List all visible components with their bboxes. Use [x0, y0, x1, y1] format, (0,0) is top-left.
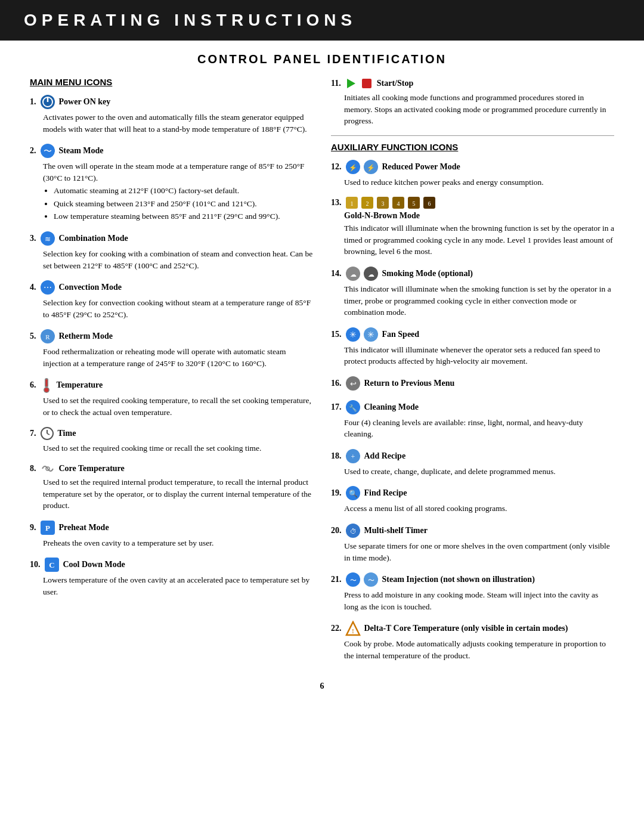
svg-text:⋯: ⋯ [44, 283, 52, 292]
item-16-title: Return to Previous Menu [364, 379, 455, 388]
item-9-header: 9. P Preheat Mode [30, 520, 313, 535]
item-3-number: 3. [30, 234, 36, 243]
item-19-number: 19. [331, 488, 342, 498]
add-recipe-icon: + [345, 448, 361, 464]
svg-text:🔧: 🔧 [349, 404, 357, 412]
item-21-title: Steam Injection (not shown on illustrati… [382, 575, 535, 584]
item-20: 20. ⏱ Multi-shelf Timer Use separate tim… [331, 523, 614, 563]
item-2-body: The oven will operate in the steam mode … [43, 160, 313, 222]
svg-rect-24 [362, 79, 371, 88]
item-6-title: Temperature [57, 380, 103, 390]
item-14-body: This indicator will illuminate when the … [344, 283, 614, 318]
svg-text:R: R [45, 333, 50, 340]
page-title: OPERATING INSTRUCTIONS [24, 11, 620, 30]
item-13-number: 13. [331, 198, 342, 208]
combination-mode-icon: ≋ [40, 231, 55, 246]
svg-text:✳: ✳ [349, 330, 357, 339]
item-2-number: 2. [30, 146, 36, 156]
item-14-number: 14. [331, 269, 342, 278]
item-17-header: 17. 🔧 Cleaning Mode [331, 400, 614, 415]
item-1: 1. Power ON key Activates power to the o… [30, 94, 313, 135]
item-4-title: Convection Mode [59, 283, 122, 292]
steam-mode-icon: 〜 [40, 143, 55, 159]
item-18-body: Used to create, change, duplicate, and d… [344, 466, 614, 478]
svg-text:P: P [45, 524, 50, 532]
svg-rect-13 [45, 379, 47, 386]
item-9-body: Preheats the oven cavity to a temperatur… [43, 537, 313, 549]
item-5-number: 5. [30, 332, 36, 341]
item-8-title: Core Temperature [59, 464, 125, 473]
multishelf-timer-icon: ⏱ [345, 523, 361, 538]
item-5-title: Retherm Mode [59, 332, 113, 341]
item-21: 21. 〜 〜 Steam Injection (not shown o [331, 572, 614, 612]
item-8-header: 8. Core Temperature [30, 463, 313, 475]
item-20-title: Multi-shelf Timer [364, 526, 428, 535]
item-14-header: 14. ☁ ☁ Smoking Mode (optional) [331, 266, 614, 281]
delta-t-core-temp-icon: ! [345, 621, 361, 636]
svg-text:C: C [49, 561, 54, 569]
page-wrapper: OPERATING INSTRUCTIONS CONTROL PANEL IDE… [0, 0, 644, 709]
reduced-power-mode-icon: ⚡ ⚡ [345, 159, 379, 175]
svg-text:⏱: ⏱ [349, 528, 356, 535]
svg-point-14 [44, 388, 48, 392]
item-7-body: Used to set the required cooking time or… [43, 442, 313, 454]
item-5-header: 5. R Retherm Mode [30, 329, 313, 344]
smoking-mode-icon: ☁ ☁ [345, 266, 379, 281]
item-22-body: Cook by probe. Mode automatically adjust… [344, 638, 614, 661]
item-9-number: 9. [30, 523, 36, 532]
svg-text:3: 3 [381, 200, 384, 207]
item-3-title: Combination Mode [59, 234, 128, 243]
item-11-header: 11. Start/Stop [331, 77, 614, 90]
steam-injection-icon: 〜 〜 [345, 572, 379, 587]
item-10-title: Cool Down Mode [63, 560, 125, 569]
item-15-title: Fan Speed [382, 330, 420, 339]
item-8-number: 8. [30, 464, 36, 473]
control-panel-title: CONTROL PANEL IDENTIFICATION [30, 52, 614, 66]
item-3-header: 3. ≋ Combination Mode [30, 231, 313, 246]
item-10-body: Lowers temperature of the oven cavity at… [43, 574, 313, 597]
item-11-title: Start/Stop [377, 79, 413, 88]
item-17: 17. 🔧 Cleaning Mode Four (4) cleaning le… [331, 400, 614, 440]
page-number: 6 [30, 682, 614, 691]
item-8: 8. Core Temperature Used to set the requ… [30, 463, 313, 512]
convection-mode-icon: ⋯ [40, 280, 55, 295]
fan-speed-icon: ✳ ✳ [345, 327, 379, 342]
item-21-number: 21. [331, 575, 342, 584]
item-15-header: 15. ✳ ✳ Fan Speed [331, 327, 614, 342]
cool-down-mode-icon: C [44, 557, 60, 572]
svg-text:2: 2 [366, 200, 369, 207]
item-13-title-row: Gold-N-Brown Mode [331, 211, 614, 221]
svg-marker-23 [347, 79, 355, 88]
find-recipe-icon: 🔍 [345, 485, 361, 501]
section-divider [331, 135, 614, 136]
gold-n-brown-icon: 1 2 3 4 5 6 [345, 196, 436, 209]
preheat-mode-icon: P [40, 520, 55, 535]
item-16-header: 16. ↩ Return to Previous Menu [331, 376, 614, 391]
item-11-body: Initiates all cooking mode functions and… [344, 92, 614, 127]
svg-text:5: 5 [412, 200, 415, 207]
item-8-body: Used to set the required internal produc… [43, 476, 313, 512]
svg-text:☁: ☁ [367, 271, 374, 278]
svg-line-17 [47, 433, 49, 435]
item-13: 13. 1 2 3 4 5 6 Gold-N-Brown Mode [331, 196, 614, 258]
item-7-header: 7. Time [30, 426, 313, 441]
item-4-header: 4. ⋯ Convection Mode [30, 280, 313, 295]
item-20-body: Use separate timers for one or more shel… [344, 540, 614, 563]
item-14-title: Smoking Mode (optional) [382, 269, 473, 278]
item-19-body: Access a menu list of all stored cooking… [344, 503, 614, 515]
item-16: 16. ↩ Return to Previous Menu [331, 376, 614, 391]
svg-text:≋: ≋ [45, 235, 51, 243]
item-5: 5. R Retherm Mode Food rethermalization … [30, 329, 313, 369]
right-column: 11. Start/Stop In [331, 77, 614, 670]
page-content: CONTROL PANEL IDENTIFICATION MAIN MENU I… [0, 47, 644, 709]
item-1-body: Activates power to the oven and automati… [43, 112, 313, 135]
item-18: 18. + Add Recipe Used to create, change,… [331, 448, 614, 478]
item-10-header: 10. C Cool Down Mode [30, 557, 313, 572]
item-22-title: Delta-T Core Temperature (only visible i… [364, 624, 568, 633]
svg-text:☁: ☁ [349, 271, 356, 278]
item-12-number: 12. [331, 162, 342, 172]
item-12: 12. ⚡ ⚡ Reduced Power Mode [331, 159, 614, 188]
item-10: 10. C Cool Down Mode Lowers temperature … [30, 557, 313, 597]
item-20-header: 20. ⏱ Multi-shelf Timer [331, 523, 614, 538]
return-menu-icon: ↩ [345, 376, 361, 391]
